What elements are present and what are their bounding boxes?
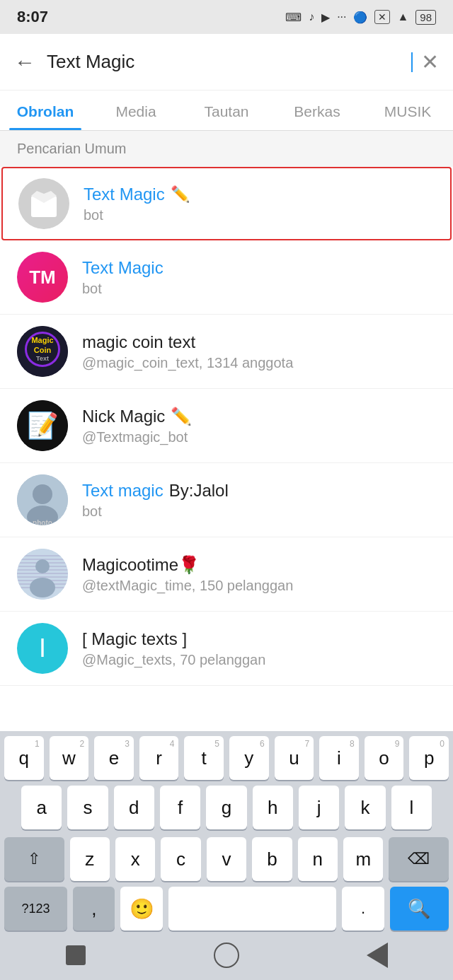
result-magicootime[interactable]: Magicootime🌹 @textMagic_time, 150 pelang…: [0, 537, 453, 612]
result-info-1: Text Magic ✏️ bot: [84, 185, 435, 223]
result-name-prefix-5: Text magic: [82, 481, 164, 501]
result-name-1: Text Magic ✏️: [84, 185, 435, 204]
key-u[interactable]: 7u: [275, 736, 314, 780]
key-b[interactable]: b: [252, 837, 292, 881]
key-o[interactable]: 9o: [365, 736, 404, 780]
result-nick-magic[interactable]: 📝 Nick Magic ✏️ @Textmagic_bot: [0, 389, 453, 463]
avatar-image-1: [18, 178, 69, 229]
tab-berkas[interactable]: Berkas: [272, 91, 362, 130]
key-numeric[interactable]: ?123: [4, 887, 67, 931]
key-c[interactable]: c: [161, 837, 200, 881]
key-t[interactable]: 5t: [184, 736, 224, 780]
keyboard-row-1: 1q 2w 3e 4r 5t 6y 7u 8i 9o 0p: [0, 731, 453, 783]
svg-point-19: [30, 578, 55, 597]
nav-bar: [0, 938, 453, 980]
result-name-2: Text Magic: [82, 258, 436, 278]
key-l[interactable]: l: [391, 786, 432, 829]
key-w[interactable]: 2w: [50, 736, 89, 780]
key-s[interactable]: s: [67, 786, 108, 829]
key-k[interactable]: k: [345, 786, 385, 829]
key-comma[interactable]: ,: [73, 887, 115, 931]
key-emoji[interactable]: 🙂: [120, 887, 162, 931]
avatar-coin: Magic Coin Text: [17, 326, 68, 377]
result-info-7: [ Magic texts ] @Magic_texts, 70 pelangg…: [82, 629, 436, 668]
key-a[interactable]: a: [21, 786, 62, 829]
key-d[interactable]: d: [114, 786, 154, 829]
result-textmagic-bot-2[interactable]: TM Text Magic bot: [0, 240, 453, 315]
result-name-6: Magicootime🌹: [82, 555, 436, 575]
pencil-emoji-4: ✏️: [171, 407, 192, 426]
keyboard-icon: ⌨: [285, 11, 302, 24]
svg-point-18: [35, 559, 50, 573]
keyboard-row-2: a s d f g h j k l: [0, 783, 453, 832]
avatar-magic-time: [17, 549, 68, 600]
nav-square-button[interactable]: [55, 941, 97, 969]
tab-media[interactable]: Media: [91, 91, 181, 130]
nav-home-button[interactable]: [205, 941, 248, 969]
result-info-2: Text Magic bot: [82, 258, 436, 297]
result-name-3: magic coin text: [82, 332, 436, 352]
avatar-jalol: photo: [17, 474, 68, 525]
result-magic-texts[interactable]: I [ Magic texts ] @Magic_texts, 70 pelan…: [0, 612, 453, 686]
x-icon: ✕: [374, 10, 390, 24]
battery-icon: 98: [415, 10, 436, 25]
keyboard-row-4: ?123 , 🙂 . 🔍: [0, 884, 453, 938]
youtube-icon: ▶: [321, 11, 330, 24]
key-v[interactable]: v: [207, 837, 246, 881]
key-e[interactable]: 3e: [94, 736, 134, 780]
search-text[interactable]: Text Magic: [47, 51, 411, 73]
result-magic-coin-text[interactable]: Magic Coin Text magic coin text @magic_c…: [0, 315, 453, 389]
svg-point-4: [33, 484, 52, 504]
jalol-avatar-img: photo: [17, 474, 68, 525]
key-n[interactable]: n: [298, 837, 338, 881]
back-button[interactable]: ←: [14, 50, 35, 74]
key-z[interactable]: z: [70, 837, 110, 881]
result-sub-2: bot: [82, 281, 436, 297]
result-sub-1: bot: [84, 207, 435, 223]
key-g[interactable]: g: [206, 786, 246, 829]
magic-time-avatar-img: [17, 549, 68, 600]
tab-tautan[interactable]: Tautan: [181, 91, 272, 130]
result-textmagic-bot-1[interactable]: Text Magic ✏️ bot: [1, 167, 452, 240]
key-space[interactable]: [168, 887, 337, 931]
result-sub-4: @Textmagic_bot: [82, 429, 436, 445]
section-header: Pencarian Umum: [0, 131, 453, 167]
pencil-emoji-1: ✏️: [171, 185, 190, 204]
key-search[interactable]: 🔍: [390, 887, 449, 931]
wifi-icon: ▲: [397, 11, 408, 23]
result-info-5: Text magic By:Jalol bot: [82, 481, 436, 520]
cursor: [411, 52, 413, 72]
result-name-4: Nick Magic ✏️: [82, 407, 436, 426]
result-info-6: Magicootime🌹 @textMagic_time, 150 pelang…: [82, 555, 436, 594]
result-textmagic-jalol[interactable]: photo Text magic By:Jalol bot: [0, 463, 453, 537]
key-period[interactable]: .: [342, 887, 384, 931]
tab-musik[interactable]: MUSIK: [362, 91, 453, 130]
status-time: 8:07: [17, 8, 48, 26]
key-shift[interactable]: ⇧: [4, 837, 64, 881]
key-p[interactable]: 0p: [409, 736, 449, 780]
keyboard-row-3: ⇧ z x c v b n m ⌫: [0, 832, 453, 884]
result-info-4: Nick Magic ✏️ @Textmagic_bot: [82, 407, 436, 445]
key-y[interactable]: 6y: [229, 736, 269, 780]
keyboard: 1q 2w 3e 4r 5t 6y 7u 8i 9o 0p a s d f g …: [0, 731, 453, 980]
key-i[interactable]: 8i: [319, 736, 359, 780]
avatar-nick: 📝: [17, 400, 68, 451]
nav-back-button[interactable]: [356, 941, 398, 969]
tabs: Obrolan Media Tautan Berkas MUSIK: [0, 91, 453, 131]
tab-obrolan[interactable]: Obrolan: [0, 91, 91, 130]
key-q[interactable]: 1q: [4, 736, 44, 780]
clear-button[interactable]: ✕: [421, 49, 439, 74]
key-x[interactable]: x: [115, 837, 155, 881]
result-sub-6: @textMagic_time, 150 pelanggan: [82, 578, 436, 594]
key-j[interactable]: j: [299, 786, 339, 829]
key-f[interactable]: f: [160, 786, 200, 829]
key-backspace[interactable]: ⌫: [389, 837, 449, 881]
key-h[interactable]: h: [253, 786, 293, 829]
status-icons: ⌨ ♪ ▶ ··· 🔵 ✕ ▲ 98: [285, 10, 436, 25]
result-sub-3: @magic_coin_text, 1314 anggota: [82, 355, 436, 371]
result-sub-7: @Magic_texts, 70 pelanggan: [82, 652, 436, 668]
key-r[interactable]: 4r: [139, 736, 179, 780]
result-info-3: magic coin text @magic_coin_text, 1314 a…: [82, 332, 436, 371]
avatar-magic-texts-text: I: [39, 634, 46, 663]
key-m[interactable]: m: [343, 837, 383, 881]
